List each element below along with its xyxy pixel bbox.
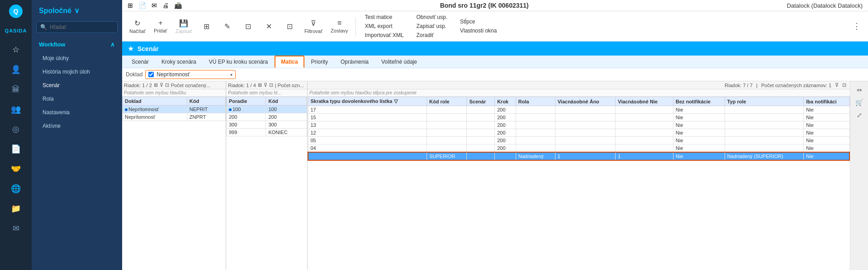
tab-scenar[interactable]: Scenár [126, 56, 155, 68]
stlpce-item[interactable]: Stĺpce [458, 18, 498, 26]
sidebar-item-scenar[interactable]: Scenár [32, 79, 122, 92]
upload-btn[interactable]: ⊡ [238, 20, 258, 33]
col-iba-notif[interactable]: Iba notifikáci [804, 97, 849, 106]
toolbar-icon-mail[interactable]: ✉ [152, 2, 157, 9]
sidebar-icon-people2[interactable]: 🤝 [8, 161, 24, 177]
test-matice-item[interactable]: Test matice [363, 13, 406, 21]
importovat-xml-item[interactable]: Importovať XML [363, 31, 406, 39]
zoradit-item[interactable]: Zoradiť [414, 31, 449, 39]
col-doklad[interactable]: Doklad [123, 97, 187, 106]
table-row[interactable]: 13 200 Nie Nie [308, 121, 849, 129]
tab-vu-ep[interactable]: VÚ EP ku kroku scenára [203, 56, 274, 68]
tab-priority[interactable]: Priority [305, 56, 334, 68]
col-poradie[interactable]: Poradie [227, 97, 266, 106]
table-row[interactable]: Neprítomnosť ZNPRT [123, 113, 226, 121]
copy-btn[interactable]: ⊞ [197, 20, 217, 33]
zostavy-button[interactable]: ≡ Zostavy [327, 17, 352, 35]
obnov-usp-item[interactable]: Obnoviť usp. [414, 13, 449, 21]
pridat-button[interactable]: + Pridať [150, 17, 171, 35]
zapisat-usp-item[interactable]: Zapisať usp. [414, 22, 449, 30]
sidebar-icon-user[interactable]: 👤 [8, 61, 24, 78]
table-row[interactable]: 200 200 [227, 113, 307, 121]
toolbar-icon-print[interactable]: 🖨 [162, 2, 169, 9]
more-button[interactable]: ⋮ [849, 19, 864, 33]
cell-typ-role: Nadriadený (SUPERIOR) [725, 152, 804, 160]
tab-kroky[interactable]: Kroky scenára [156, 56, 202, 68]
sidebar-icon-doc[interactable]: 📄 [8, 141, 24, 157]
sidebar-icon-bank[interactable]: 🏛 [8, 81, 24, 98]
sidebar-icon-mail[interactable]: ✉ [8, 220, 24, 237]
cell-kod-role [427, 137, 467, 144]
col-rola[interactable]: Rola [516, 97, 555, 106]
toolbar-icon-fax[interactable]: 📠 [174, 2, 182, 9]
sidebar-item-nastavenia[interactable]: Nastavenia [32, 106, 122, 119]
table-row[interactable]: 999 KONIEC [227, 129, 307, 136]
main-table-export-icon[interactable]: ⊡ [842, 82, 846, 88]
filter-checkbox[interactable] [148, 72, 154, 77]
nav-header[interactable]: Spoločné ∨ [32, 0, 122, 21]
sidebar-item-rola[interactable]: Rola [32, 92, 122, 106]
filter-dropdown-icon[interactable]: ▾ [230, 72, 232, 77]
col-typ-role[interactable]: Typ role [725, 97, 804, 106]
table-row[interactable]: 04 200 Nie Nie [308, 144, 849, 153]
sidebar-icon-folder[interactable]: 📁 [8, 200, 24, 217]
right-icon-cart[interactable]: 🛒 [854, 98, 864, 107]
table1-filter-icon[interactable]: ⊽ [160, 82, 163, 88]
table-row[interactable]: 12 200 Nie Nie [308, 129, 849, 137]
col-krok[interactable]: Krok [495, 97, 516, 106]
table2-export-icon[interactable]: ⊡ [269, 82, 273, 88]
main-content: ⊞ 📄 ✉ 🖨 📠 Bond sro 11gr2 (IK 00602311) D… [122, 0, 868, 270]
table-row[interactable]: 100 100 [227, 106, 307, 113]
sidebar-item-moje-ulohy[interactable]: Moje úlohy [32, 51, 122, 65]
xml-export-item[interactable]: XML export [363, 22, 406, 30]
table-row[interactable]: 17 200 Nie Nie [308, 106, 849, 114]
table-row[interactable]: 15 200 Nie Nie [308, 114, 849, 121]
toolbar-icon-copy[interactable]: ⊞ [128, 2, 133, 9]
sidebar-icon-people[interactable]: 👥 [8, 101, 24, 117]
filter-input-box[interactable]: Neprítomnosť ▾ [145, 70, 236, 79]
download-btn[interactable]: ⊡ [280, 20, 300, 33]
col-skratka[interactable]: Skratka typu dovolenkového lístka ▽ [308, 97, 427, 106]
table2-copy-icon[interactable]: ⊞ [258, 82, 262, 88]
zapisat-button[interactable]: 💾 Zapisať [172, 17, 196, 36]
sidebar-item-historia[interactable]: História mojich úloh [32, 65, 122, 79]
search-input[interactable] [50, 24, 114, 30]
cell-poradie: 300 [227, 121, 266, 129]
col-kod[interactable]: Kód [187, 97, 225, 106]
nacitat-button[interactable]: ↻ Načítať [126, 17, 149, 36]
main-table-scroll[interactable]: Skratka typu dovolenkového lístka ▽ Kód … [308, 97, 850, 270]
col-viac-ano[interactable]: Viacnásobné Áno [555, 97, 615, 106]
table2-filter-icon[interactable]: ⊽ [264, 82, 267, 88]
tab-matica[interactable]: Matica [275, 56, 304, 68]
tab-opravnenia[interactable]: Oprávnenia [335, 56, 375, 68]
col-scenar[interactable]: Scenár [467, 97, 495, 106]
sidebar-icon-star[interactable]: ☆ [8, 42, 24, 58]
right-icon-resize[interactable]: ⇔ [855, 85, 863, 95]
cell-typ-role [725, 114, 804, 121]
vlastnosti-okna-item[interactable]: Vlastnosti okna [458, 27, 498, 35]
main-table-filter-icon[interactable]: ⊽ [835, 82, 839, 88]
cell-krok: 200 [495, 129, 516, 137]
delete-btn[interactable]: ✕ [259, 20, 279, 33]
table-row-selected[interactable]: SUPERIOR Nadriadený 1 1 Nie Nadriadený (… [308, 152, 849, 160]
table1-export-icon[interactable]: ⊡ [165, 82, 169, 88]
star-icon: ★ [128, 44, 134, 53]
col-kod-role[interactable]: Kód role [427, 97, 467, 106]
filtrovat-button[interactable]: ⊽ Filtrovať [301, 17, 326, 36]
search-box[interactable]: 🔍 [36, 21, 118, 33]
table-row[interactable]: 05 200 Nie Nie [308, 137, 849, 144]
col-viac-nie[interactable]: Viacnásobné Nie [616, 97, 674, 106]
sidebar-item-aktivne[interactable]: Aktívne [32, 119, 122, 133]
col-kod2[interactable]: Kód [266, 97, 307, 106]
right-icon-expand[interactable]: ⤢ [855, 110, 863, 120]
sidebar-icon-circle[interactable]: ◎ [8, 121, 24, 137]
sidebar-icon-globe[interactable]: 🌐 [8, 181, 24, 197]
chevron-up-icon[interactable]: ∧ [110, 41, 115, 48]
table1-copy-icon[interactable]: ⊞ [154, 82, 158, 88]
edit-btn[interactable]: ✎ [218, 20, 237, 33]
toolbar-icon-doc[interactable]: 📄 [138, 2, 146, 9]
table-row[interactable]: Neprítomnosť NEPRIT [123, 106, 226, 113]
col-bez-notif[interactable]: Bez notifikácie [673, 97, 725, 106]
tab-volitelne[interactable]: Voliteľné údaje [375, 56, 423, 68]
table-row[interactable]: 300 300 [227, 121, 307, 129]
